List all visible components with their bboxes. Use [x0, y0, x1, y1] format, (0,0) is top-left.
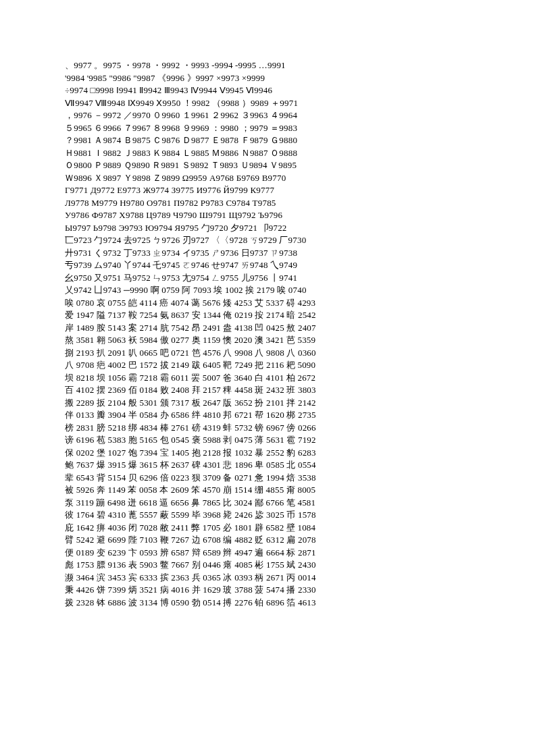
text-line: 榜 2831 膀 5218 绑 4834 棒 2761 磅 4319 蚌 573…	[65, 422, 470, 435]
text-line: ５9965 ６9966 ７9967 ８9968 ９9969 ：9980 ；997…	[65, 122, 470, 135]
text-line: 捌 2193 扒 2091 叭 0665 吧 0721 笆 4576 八 990…	[65, 347, 470, 360]
text-line: 被 5926 奔 1149 苯 0058 本 2609 笨 4570 崩 151…	[65, 484, 470, 497]
text-line: 彼 1764 碧 4310 蓖 5557 蔽 5599 毕 3968 毙 242…	[65, 509, 470, 522]
text-line: 庇 1642 痹 4036 闭 7028 敝 2411 弊 1705 必 180…	[65, 522, 470, 535]
text-line: 鲍 7637 爆 3915 爆 3615 杯 2637 碑 4301 悲 189…	[65, 459, 470, 472]
text-line: Ⅶ9947 Ⅷ9948 Ⅸ9949 Ⅹ9950 ！9982 （9988 ）998…	[65, 97, 470, 110]
text-line: 岸 1489 胺 5143 案 2714 肮 7542 昂 2491 盎 413…	[65, 322, 470, 335]
text-line: 秉 4426 饼 7399 炳 3521 病 4016 并 1629 玻 378…	[65, 584, 470, 597]
text-line: 伴 0133 瓣 3904 半 0584 办 6586 绊 4810 邦 672…	[65, 409, 470, 422]
text-line: 谤 6196 苞 5383 胞 5165 包 0545 褒 5988 剥 047…	[65, 434, 470, 447]
text-line: 幺9750 又9751 马9752 ㄣ9753 尢9754 ㄥ9755 儿975…	[65, 272, 470, 285]
text-line: 、9977 。9975 ・9978 ・9992 ・9993 -9994 -999…	[65, 59, 470, 72]
text-line: ，9976 －9972 ／9970 ０9960 １9961 ２9962 ３996…	[65, 109, 470, 122]
text-line: 臂 5242 避 6699 陛 7103 鞭 7267 边 6708 编 488…	[65, 534, 470, 547]
text-line: У9786 Ф9787 Х9788 Ц9789 Ч9790 Ш9791 Щ979…	[65, 209, 470, 222]
text-line: 八 9708 疤 4002 巴 1572 拔 2149 跋 6405 靶 724…	[65, 359, 470, 372]
text-line: 百 4102 摆 2369 佰 0184 败 2408 拜 2157 稗 445…	[65, 384, 470, 397]
text-line: 濒 3464 滨 3453 宾 6333 摈 2363 兵 0365 冰 039…	[65, 572, 470, 585]
text-line: 保 0202 堡 1027 饱 7394 宝 1405 抱 2128 报 103…	[65, 447, 470, 460]
text-line: 乂9742 凵9743 ─9990 啊 0759 阿 7093 埃 1002 挨…	[65, 284, 470, 297]
text-line: Ｗ9896 Ｘ9897 Ｙ9898 Ｚ9899 Ω9959 А9768 Б976…	[65, 172, 470, 185]
text-line: '9984 '9985 "9986 "9987 《9996 》9997 ×997…	[65, 72, 470, 85]
text-line: Г9771 Д9772 Е9773 Ж9774 З9775 И9776 Й979…	[65, 184, 470, 197]
text-line: 拨 2328 钵 6886 波 3134 博 0590 勃 0514 搏 227…	[65, 597, 470, 610]
text-line: 亐9739 ム9740 丫9744 乇9745 ㄛ9746 せ9747 ㄞ974…	[65, 259, 470, 272]
text-line: 便 0189 变 6239 卞 0593 辨 6587 辩 6589 辫 494…	[65, 547, 470, 560]
text-line: 爱 1947 隘 7137 鞍 7254 氨 8637 安 1344 俺 021…	[65, 309, 470, 322]
text-line: Ｈ9881 Ｉ9882 Ｊ9883 Ｋ9884 Ｌ9885 Ｍ9886 Ｎ988…	[65, 147, 470, 160]
text-line: 搬 2289 扳 2104 般 5301 颁 7317 板 2647 版 365…	[65, 397, 470, 410]
text-line: 匸9723 勹9724 去9725 ㄅ9726 刃9727 〈〈9728 ㄎ97…	[65, 234, 470, 247]
text-line: ÷9974 □9998 Ⅰ9941 Ⅱ9942 Ⅲ9943 Ⅳ9944 Ⅴ994…	[65, 84, 470, 97]
text-line: Ｏ9800 Ｐ9889 Ｑ9890 Ｒ9891 Ｓ9892 Ｔ9893 Ｕ989…	[65, 159, 470, 172]
text-line: 廾9731 く9732 丁9733 ㄓ9734 イ9735 ㄕ9736 日973…	[65, 247, 470, 260]
text-line: 熬 3581 翱 5063 袄 5984 傲 0277 奥 1159 懊 202…	[65, 334, 470, 347]
text-line: Л9778 М9779 Н9780 О9781 П9782 Р9783 С978…	[65, 197, 470, 210]
text-line: ？9981 Ａ9874 Ｂ9875 Ｃ9876 Ｄ9877 Ｅ9878 Ｆ987…	[65, 134, 470, 147]
text-line: 唉 0780 哀 0755 皑 4114 癌 4074 蔼 5676 矮 425…	[65, 297, 470, 310]
document-page: 、9977 。9975 ・9978 ・9992 ・9993 -9994 -999…	[0, 0, 535, 609]
text-line: 彪 1753 膘 9136 表 5903 鳖 7667 别 0446 瘪 408…	[65, 559, 470, 572]
text-line: Ы9797 Ь9798 Э9793 Ю9794 Я9795 勹9720 夕972…	[65, 222, 470, 235]
text-line: 坝 8218 坝 1056 霸 7218 霸 6011 罢 5007 爸 364…	[65, 372, 470, 385]
text-line: 辈 6543 背 5154 贝 6296 倍 0223 狈 3709 备 027…	[65, 472, 470, 485]
text-line: 泵 3119 蹦 6498 迸 6618 逼 6656 鼻 7865 比 302…	[65, 497, 470, 510]
